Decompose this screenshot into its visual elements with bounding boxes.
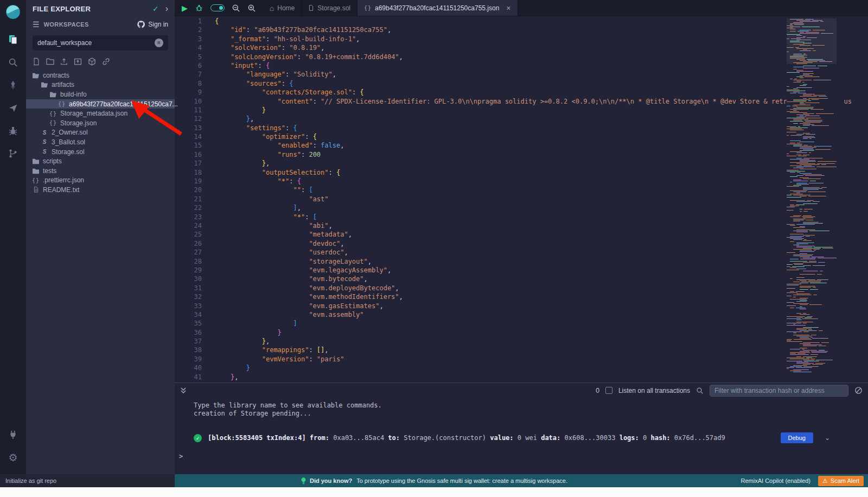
tree-item-tests[interactable]: tests (26, 166, 175, 176)
code-line: } (215, 364, 788, 373)
editor-tab-bar: ▶ ⌂ Home Storage.sol {} a69b43f277ba20fc… (175, 0, 868, 16)
workspace-options-icon[interactable]: ≡ (155, 39, 163, 47)
chevron-right-icon[interactable]: › (165, 4, 168, 14)
tree-item-storage-metadata-json[interactable]: {}Storage_metadata.json (26, 109, 175, 118)
hamburger-menu-icon[interactable]: ☰ (33, 20, 40, 29)
tree-item-storage-sol[interactable]: SStorage.sol (26, 147, 175, 157)
line-number: 2 (175, 26, 207, 35)
code-editor[interactable]: 1234567891011121314151617181920212223242… (175, 16, 868, 383)
minimap[interactable] (787, 18, 837, 372)
search-icon[interactable] (0, 51, 26, 74)
line-number: 13 (175, 124, 207, 133)
tree-item-label: build-info (60, 91, 87, 98)
upload-folder-icon[interactable] (74, 58, 82, 66)
terminal[interactable]: Type the library name to see available c… (175, 398, 868, 474)
listen-all-checkbox[interactable] (605, 387, 612, 394)
check-icon[interactable]: ✓ (152, 4, 159, 13)
code-line: }, (215, 373, 788, 382)
bottom-strip (0, 487, 868, 497)
git-icon[interactable] (0, 142, 26, 165)
code-line: "_format": "hh-sol-build-info-1", (215, 35, 788, 44)
tree-item-label: .prettierrc.json (43, 176, 84, 184)
collapse-terminal-icon[interactable] (180, 387, 187, 394)
tree-item-prettierrc-json[interactable]: {}.prettierrc.json (26, 176, 175, 186)
line-number: 11 (175, 106, 207, 115)
tree-item-label: artifacts (52, 81, 74, 88)
remix-ide-window: ⚙ FILE EXPLORER ✓ › ☰ WORKSPACES Sign in… (0, 0, 868, 497)
line-number: 25 (175, 231, 207, 239)
code-line: ] (215, 320, 788, 328)
git-init-item[interactable]: Initialize as git repo (0, 474, 175, 487)
tree-item-contracts[interactable]: contracts (26, 71, 175, 80)
line-number: 12 (175, 115, 207, 124)
warning-icon: ⚠ (822, 477, 828, 485)
code-line: "evm.legacyAssembly", (215, 266, 788, 275)
zoom-out-icon[interactable] (232, 4, 240, 12)
tree-item-readme-txt[interactable]: README.txt (26, 185, 175, 195)
new-file-icon[interactable] (33, 58, 40, 66)
line-number: 5 (175, 53, 207, 62)
file-explorer-icon[interactable] (0, 28, 26, 51)
terminal-log-line: creation of Storage pending... (194, 410, 868, 418)
clear-terminal-icon[interactable] (854, 386, 863, 394)
line-number: 28 (175, 258, 207, 266)
line-number: 18 (175, 169, 207, 177)
ipfs-cube-icon[interactable] (88, 58, 96, 66)
home-icon: ⌂ (270, 4, 274, 12)
ai-bug-icon[interactable] (195, 4, 203, 12)
tree-item-2-owner-sol[interactable]: S2_Owner.sol (26, 128, 175, 138)
remixai-copilot-status[interactable]: RemixAI Copilot (enabled) (741, 477, 810, 484)
transaction-details: [block:5583405 txIndex:4] from: 0xa03...… (208, 434, 725, 442)
main-area: ▶ ⌂ Home Storage.sol {} a69b43f277ba20fc… (175, 0, 868, 474)
zoom-in-icon[interactable] (247, 4, 256, 12)
sign-in-button[interactable]: Sign in (137, 21, 168, 28)
new-folder-icon[interactable] (46, 58, 54, 66)
editor-toolbar: ▶ (175, 0, 263, 16)
code-line: { (215, 17, 788, 26)
line-number: 40 (175, 364, 207, 373)
tree-item-label: a69b43f277ba20fcac141151250ca7... (69, 100, 178, 108)
transaction-filter-input[interactable] (710, 385, 848, 397)
file-icon (308, 4, 314, 11)
solidity-compiler-icon[interactable] (0, 74, 26, 97)
code-line: ], (215, 204, 788, 213)
close-tab-icon[interactable]: × (506, 4, 510, 12)
tree-item-build-info[interactable]: build-info (26, 90, 175, 99)
success-check-icon[interactable]: ✓ (194, 434, 202, 442)
tree-item-storage-json[interactable]: {}Storage.json (26, 118, 175, 128)
line-number: 34 (175, 311, 207, 320)
folder-icon (31, 158, 40, 164)
code-line: "*": { (215, 177, 788, 186)
deploy-run-icon[interactable] (0, 97, 26, 119)
remix-logo[interactable] (4, 3, 22, 21)
code-line: "": [ (215, 186, 788, 195)
debugger-icon[interactable] (0, 119, 26, 142)
debug-button[interactable]: Debug (781, 432, 813, 443)
line-number: 3 (175, 35, 207, 44)
run-script-icon[interactable]: ▶ (182, 4, 188, 12)
expand-transaction-icon[interactable]: ⌄ (825, 434, 830, 442)
workspace-selector[interactable]: default_workspace ≡ (33, 35, 168, 50)
tab-home[interactable]: ⌂ Home (263, 0, 302, 16)
line-number: 8 (175, 80, 207, 88)
settings-gear-icon[interactable]: ⚙ (0, 446, 26, 469)
listen-all-label: Listen on all transactions (618, 387, 690, 394)
tab-storage-sol[interactable]: Storage.sol (302, 0, 358, 16)
json-file-icon: {} (31, 177, 40, 183)
tree-item-scripts[interactable]: scripts (26, 156, 175, 166)
tree-item-artifacts[interactable]: artifacts (26, 80, 175, 90)
copilot-toggle[interactable] (210, 4, 225, 11)
tree-item-label: 2_Owner.sol (52, 129, 88, 136)
tree-item-a69b43f277ba20fcac141151250ca7[interactable]: {}a69b43f277ba20fcac141151250ca7... (26, 99, 175, 109)
line-number: 32 (175, 293, 207, 302)
open-folder-icon (31, 72, 40, 79)
plugin-manager-icon[interactable] (0, 423, 26, 446)
status-bar: Initialize as git repo Did you know? To … (0, 474, 868, 487)
code-line: "optimizer": { (215, 133, 788, 142)
link-icon[interactable] (102, 58, 110, 66)
tree-item-label: Storage.sol (52, 148, 85, 156)
scam-alert-badge[interactable]: ⚠ Scam Alert (818, 476, 864, 486)
upload-file-icon[interactable] (60, 58, 68, 66)
tree-item-3-ballot-sol[interactable]: S3_Ballot.sol (26, 137, 175, 147)
tab-build-info-json[interactable]: {} a69b43f277ba20fcac141151250ca755.json… (358, 0, 518, 16)
